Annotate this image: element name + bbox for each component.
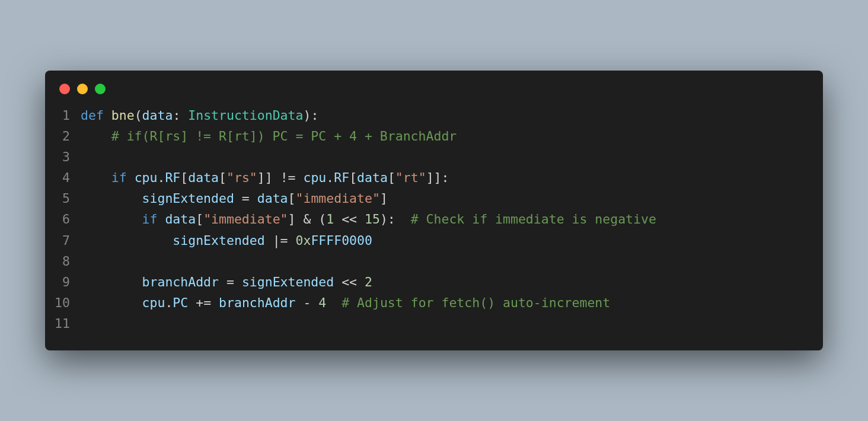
code-line: 8 — [53, 251, 809, 272]
code-content — [81, 313, 809, 334]
code-line: 3 — [53, 146, 809, 167]
code-content: branchAddr = signExtended << 2 — [81, 272, 809, 292]
code-content: if data["immediate"] & (1 << 15): # Chec… — [81, 209, 809, 229]
line-number: 5 — [53, 188, 81, 209]
code-content: signExtended = data["immediate"] — [81, 188, 809, 209]
line-number: 11 — [53, 313, 81, 334]
code-content: def bne(data: InstructionData): — [81, 105, 809, 126]
maximize-icon[interactable] — [95, 84, 106, 94]
code-content — [81, 146, 809, 167]
code-content: cpu.PC += branchAddr - 4 # Adjust for fe… — [81, 292, 809, 313]
line-number: 6 — [53, 209, 81, 229]
code-line: 9 branchAddr = signExtended << 2 — [53, 272, 809, 292]
code-line: 10 cpu.PC += branchAddr - 4 # Adjust for… — [53, 292, 809, 313]
code-line: 11 — [53, 313, 809, 334]
line-number: 1 — [53, 105, 81, 126]
code-line: 7 signExtended |= 0xFFFF0000 — [53, 230, 809, 251]
code-content: # if(R[rs] != R[rt]) PC = PC + 4 + Branc… — [81, 126, 809, 146]
window-titlebar — [45, 71, 823, 100]
code-line: 2 # if(R[rs] != R[rt]) PC = PC + 4 + Bra… — [53, 126, 809, 146]
line-number: 2 — [53, 126, 81, 146]
line-number: 7 — [53, 230, 81, 251]
code-line: 1def bne(data: InstructionData): — [53, 105, 809, 126]
code-line: 4 if cpu.RF[data["rs"]] != cpu.RF[data["… — [53, 167, 809, 188]
code-content: if cpu.RF[data["rs"]] != cpu.RF[data["rt… — [81, 167, 809, 188]
line-number: 3 — [53, 146, 81, 167]
code-content: signExtended |= 0xFFFF0000 — [81, 230, 809, 251]
stage: 1def bne(data: InstructionData):2 # if(R… — [0, 0, 868, 421]
line-number: 10 — [53, 292, 81, 313]
code-line: 6 if data["immediate"] & (1 << 15): # Ch… — [53, 209, 809, 229]
line-number: 9 — [53, 272, 81, 292]
code-line: 5 signExtended = data["immediate"] — [53, 188, 809, 209]
minimize-icon[interactable] — [77, 84, 88, 94]
line-number: 4 — [53, 167, 81, 188]
close-icon[interactable] — [59, 84, 70, 94]
code-area[interactable]: 1def bne(data: InstructionData):2 # if(R… — [45, 100, 823, 333]
code-content — [81, 251, 809, 272]
code-window: 1def bne(data: InstructionData):2 # if(R… — [45, 71, 823, 350]
line-number: 8 — [53, 251, 81, 272]
